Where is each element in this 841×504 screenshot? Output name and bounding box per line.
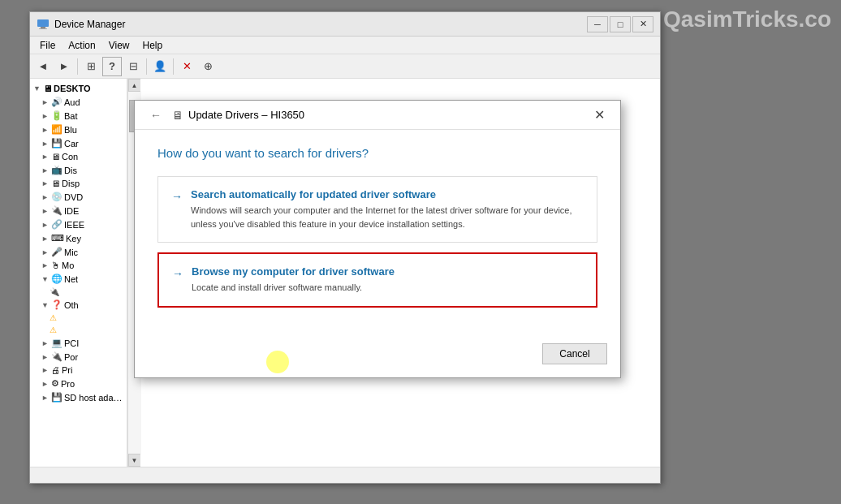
- option2-description: Locate and install driver software manua…: [192, 281, 583, 295]
- tree-root[interactable]: ▼ 🖥 DESKTO: [30, 82, 127, 95]
- option2-arrow-icon: →: [172, 267, 183, 280]
- root-icon: 🖥: [43, 84, 52, 93]
- update-driver-button[interactable]: ⊕: [198, 57, 218, 76]
- list-item[interactable]: ► 💿 DVD: [30, 190, 127, 204]
- device-manager-window: Device Manager ─ □ ✕ File Action View He…: [29, 11, 661, 484]
- list-item[interactable]: ► 📺 Dis: [30, 163, 127, 177]
- minimize-button[interactable]: ─: [587, 16, 608, 32]
- list-item[interactable]: ► ⌨ Key: [30, 231, 127, 245]
- maximize-button[interactable]: □: [610, 16, 631, 32]
- option1-description: Windows will search your computer and th…: [191, 204, 584, 230]
- view-button[interactable]: ⊟: [123, 57, 143, 76]
- window-title: Device Manager: [54, 19, 587, 30]
- dialog-body: How do you want to search for drivers? →…: [135, 130, 620, 337]
- list-item[interactable]: ► 💾 SD host adapters: [30, 390, 127, 404]
- list-item[interactable]: ► 🖥 Con: [30, 150, 127, 163]
- list-item[interactable]: ► 🖨 Pri: [30, 364, 127, 377]
- list-item[interactable]: ► 🔋 Bat: [30, 109, 127, 123]
- list-item[interactable]: ► 🎤 Mic: [30, 245, 127, 259]
- option1-content: Search automatically for updated driver …: [191, 188, 584, 230]
- dialog-title-bar: ← 🖥 Update Drivers – HI3650 ✕: [135, 101, 620, 130]
- menu-view[interactable]: View: [102, 38, 136, 53]
- list-item[interactable]: ► 💻 PCI: [30, 336, 127, 350]
- tree-root-label: DESKTO: [54, 84, 91, 93]
- watermark: QasimTricks.co: [653, 0, 841, 39]
- title-bar: Device Manager ─ □ ✕: [30, 12, 660, 37]
- option2-content: Browse my computer for driver software L…: [192, 265, 583, 295]
- toolbar-separator-3: [173, 58, 174, 75]
- list-item[interactable]: ► 🔌 Por: [30, 350, 127, 364]
- option1-arrow-icon: →: [171, 190, 183, 203]
- toolbar: ◄ ► ⊞ ? ⊟ 👤 ✕ ⊕: [30, 54, 660, 79]
- menu-action[interactable]: Action: [62, 38, 101, 53]
- list-item[interactable]: 🔌: [30, 286, 127, 298]
- scroll-up-arrow[interactable]: ▲: [128, 79, 141, 92]
- forward-button[interactable]: ►: [54, 57, 74, 76]
- search-automatically-option[interactable]: → Search automatically for updated drive…: [157, 176, 597, 243]
- menu-bar: File Action View Help: [30, 37, 660, 54]
- status-bar: [30, 467, 660, 483]
- scroll-down-arrow[interactable]: ▼: [128, 454, 141, 467]
- dialog-close-button[interactable]: ✕: [588, 104, 610, 127]
- help-toolbar-button[interactable]: ?: [102, 57, 122, 76]
- dialog-back-button[interactable]: ←: [144, 104, 167, 127]
- root-expand-icon: ▼: [33, 84, 41, 93]
- scan-button[interactable]: 👤: [150, 57, 170, 76]
- list-item[interactable]: ⚠: [30, 312, 127, 324]
- dialog-footer: Cancel: [135, 337, 620, 377]
- list-item[interactable]: ► 🖱 Mo: [30, 259, 127, 272]
- window-icon: [37, 18, 50, 31]
- menu-help[interactable]: Help: [136, 38, 170, 53]
- toolbar-separator-2: [146, 58, 147, 75]
- list-item[interactable]: ► 🔊 Aud: [30, 95, 127, 109]
- cancel-button[interactable]: Cancel: [542, 343, 607, 364]
- update-drivers-dialog: ← 🖥 Update Drivers – HI3650 ✕ How do you…: [134, 100, 621, 378]
- back-button[interactable]: ◄: [33, 57, 53, 76]
- list-item[interactable]: ► 🔌 IDE: [30, 204, 127, 218]
- list-item[interactable]: ⚠: [30, 324, 127, 336]
- list-item[interactable]: ► ⚙ Pro: [30, 377, 127, 390]
- properties-button[interactable]: ⊞: [81, 57, 101, 76]
- browse-computer-option[interactable]: → Browse my computer for driver software…: [157, 252, 597, 308]
- window-controls: ─ □ ✕: [587, 16, 653, 32]
- uninstall-button[interactable]: ✕: [177, 57, 196, 76]
- list-item[interactable]: ► 🔗 IEEE: [30, 218, 127, 231]
- list-item[interactable]: ► 📶 Blu: [30, 123, 127, 136]
- svg-rect-2: [39, 28, 47, 29]
- option2-title: Browse my computer for driver software: [192, 265, 583, 278]
- svg-rect-1: [41, 27, 45, 28]
- dialog-device-icon: 🖥: [172, 109, 183, 122]
- menu-file[interactable]: File: [33, 38, 62, 53]
- dialog-question: How do you want to search for drivers?: [157, 146, 597, 160]
- list-item[interactable]: ▼ ❓ Oth: [30, 298, 127, 312]
- toolbar-separator-1: [77, 58, 78, 75]
- option1-title: Search automatically for updated driver …: [191, 188, 584, 200]
- dialog-title: Update Drivers – HI3650: [188, 109, 304, 121]
- device-tree: ▼ 🖥 DESKTO ► 🔊 Aud ► 🔋 Bat ► 📶 Blu ►: [30, 79, 127, 467]
- svg-rect-0: [37, 19, 49, 27]
- list-item[interactable]: ► 🖥 Disp: [30, 177, 127, 190]
- close-button[interactable]: ✕: [632, 16, 653, 32]
- list-item[interactable]: ▼ 🌐 Net: [30, 272, 127, 286]
- list-item[interactable]: ► 💾 Car: [30, 136, 127, 150]
